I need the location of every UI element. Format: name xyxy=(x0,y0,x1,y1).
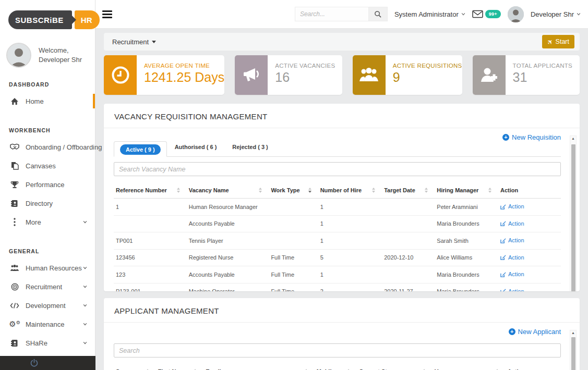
sidebar-item-more[interactable]: More xyxy=(0,213,95,231)
start-button[interactable]: ✈ Start xyxy=(542,35,574,48)
breadcrumb-bar: Recruitment ✈ Start xyxy=(104,33,580,51)
stat-card-average-open-time: AVERAGE OPEN TIME 1241.25 Days xyxy=(104,55,224,95)
sidebar-item-onboarding-offboarding[interactable]: Onboarding / Offboarding xyxy=(0,138,95,156)
row-action-button[interactable]: Action xyxy=(500,271,524,277)
table-row: TP001Tennis Player1Sarah Smith Action xyxy=(114,232,561,250)
address-book-icon xyxy=(9,200,20,207)
new-applicant-link[interactable]: + New Applicant xyxy=(509,328,561,336)
logout-bar[interactable] xyxy=(0,356,95,370)
col-mobile[interactable]: Mobile xyxy=(315,364,357,370)
applicant-management-panel: APPLICANT MANAGEMENT + New Applicant Sur… xyxy=(104,298,580,370)
col-action: Action xyxy=(498,182,561,199)
sidebar-item-development[interactable]: Development xyxy=(0,296,95,315)
col-action: Action xyxy=(506,364,561,370)
scrollbar-thumb[interactable] xyxy=(571,144,575,291)
chevron-down-icon xyxy=(83,285,87,289)
user-menu[interactable]: Developer Shr xyxy=(531,10,581,18)
tab-rejected[interactable]: Rejected ( 3 ) xyxy=(224,139,275,156)
sort-icon[interactable] xyxy=(488,188,491,193)
vacancy-requisition-panel: VACANCY REQUISITION MANAGEMENT + New Req… xyxy=(104,104,580,291)
vacancy-scrollbar[interactable]: ▲ ▼ xyxy=(570,135,577,291)
table-row: 123456Registered NurseFull Time52020-12-… xyxy=(114,249,561,266)
search-icon xyxy=(374,10,382,18)
stat-label: ACTIVE VACANCIES xyxy=(275,63,335,69)
welcome-username: Developer Shr xyxy=(39,55,82,65)
row-action-button[interactable]: Action xyxy=(500,288,524,292)
vacancy-panel-title: VACANCY REQUISITION MANAGEMENT xyxy=(104,104,580,128)
code-icon xyxy=(9,302,20,309)
chevron-down-icon xyxy=(461,12,465,16)
hamburger-menu-icon[interactable] xyxy=(102,9,112,20)
home-icon xyxy=(9,97,20,105)
sidebar-item-share[interactable]: SHaRe xyxy=(0,334,95,352)
user-avatar[interactable] xyxy=(508,6,524,22)
logo-chevron xyxy=(71,15,76,24)
sort-icon-active[interactable] xyxy=(308,188,311,193)
profile-avatar[interactable] xyxy=(6,43,31,68)
col-reference-number[interactable]: Reference Number xyxy=(114,182,187,199)
sidebar-item-maintenance[interactable]: ⚙⚙ Maintenance xyxy=(0,315,95,334)
breadcrumb[interactable]: Recruitment xyxy=(112,38,156,46)
sidebar-item-recruitment[interactable]: Recruitment xyxy=(0,277,95,296)
new-requisition-link[interactable]: + New Requisition xyxy=(502,133,561,141)
col-vacancy-name[interactable]: Vacancy Name xyxy=(187,182,269,199)
stat-value: 1241.25 Days xyxy=(144,70,224,85)
chevron-down-icon xyxy=(83,266,87,270)
applicant-scrollbar[interactable]: ▲ ▼ xyxy=(570,330,577,370)
col-work-type[interactable]: Work Type xyxy=(269,182,318,199)
edit-icon xyxy=(500,220,506,226)
mail-menu[interactable]: 99+ xyxy=(472,10,501,18)
sidebar-item-human-resources[interactable]: Human Resources xyxy=(0,258,95,277)
sidebar-item-canvases[interactable]: Canvases xyxy=(0,156,95,175)
sort-icon[interactable] xyxy=(372,188,375,193)
sidebar: SUBSCRiBE HR Welcome, Developer Shr DASH… xyxy=(0,0,95,370)
copy-pages-icon xyxy=(9,162,20,170)
active-indicator xyxy=(93,94,95,108)
search-button[interactable] xyxy=(369,7,388,21)
chevron-down-icon xyxy=(83,322,87,326)
sidebar-item-directory[interactable]: Directory xyxy=(0,194,95,213)
row-action-button[interactable]: Action xyxy=(500,220,524,227)
sidebar-item-performance[interactable]: Performance xyxy=(0,175,95,194)
scrollbar-thumb[interactable] xyxy=(571,337,575,370)
sidebar-item-home[interactable]: Home xyxy=(0,92,95,110)
handshake-icon xyxy=(9,143,20,151)
col-surname[interactable]: Surname xyxy=(114,364,156,370)
stat-label: AVERAGE OPEN TIME xyxy=(144,63,224,69)
logo-subscribe: SUBSCRiBE xyxy=(8,10,72,29)
tab-active[interactable]: Active ( 9 ) xyxy=(114,141,167,157)
users-group-icon xyxy=(358,67,379,83)
admin-menu-label: System Administrator xyxy=(394,10,459,18)
applicant-search-input[interactable] xyxy=(114,343,561,357)
sort-icon[interactable] xyxy=(177,188,180,193)
main-content: Recruitment ✈ Start AVERAGE OPEN TIME 12… xyxy=(96,29,588,370)
row-action-button[interactable]: Action xyxy=(500,254,524,261)
edit-icon xyxy=(500,204,506,209)
col-first-name[interactable]: First Name xyxy=(156,364,204,370)
scroll-up-icon[interactable]: ▲ xyxy=(571,330,575,336)
col-vacancy[interactable]: Vacancy xyxy=(433,364,506,370)
vacancy-search-input[interactable] xyxy=(114,162,561,176)
col-email[interactable]: Email xyxy=(203,364,315,370)
admin-menu[interactable]: System Administrator xyxy=(394,10,465,18)
row-action-button[interactable]: Action xyxy=(500,203,524,209)
col-hiring-manager[interactable]: Hiring Manager xyxy=(435,182,498,199)
row-action-button[interactable]: Action xyxy=(500,237,524,243)
col-number-of-hire[interactable]: Number of Hire xyxy=(318,182,382,199)
stat-cards: AVERAGE OPEN TIME 1241.25 Days ACTIVE VA… xyxy=(104,55,580,95)
power-icon xyxy=(30,359,39,367)
table-row: 123Accounts PayableFull Time1Maria Broun… xyxy=(114,266,561,283)
chevron-down-icon xyxy=(83,341,87,345)
sort-icon[interactable] xyxy=(425,188,428,193)
global-search-input[interactable] xyxy=(295,7,369,21)
plus-circle-icon: + xyxy=(502,134,509,141)
col-current-stage[interactable]: Current Stage xyxy=(357,364,433,370)
tab-authorised[interactable]: Authorised ( 6 ) xyxy=(167,139,225,156)
table-row: Accounts Payable1Maria Brounders Action xyxy=(114,215,561,232)
caret-down-icon xyxy=(152,41,156,43)
scroll-up-icon[interactable]: ▲ xyxy=(571,136,575,141)
plus-circle-icon: + xyxy=(509,328,515,335)
app-logo[interactable]: SUBSCRiBE HR xyxy=(8,10,95,29)
sort-icon[interactable] xyxy=(259,188,262,193)
col-target-date[interactable]: Target Date xyxy=(382,182,435,199)
